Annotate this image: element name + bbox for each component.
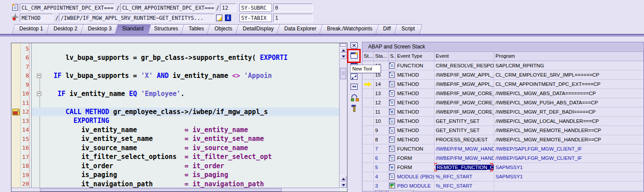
stack-row[interactable]: 13METHOD/IWBEP/IF_MGW_CORE_SRV_../IWBEP/…	[362, 89, 644, 98]
breakpoint-reached-icon[interactable]	[12, 109, 20, 115]
breakpoint-cell[interactable]	[11, 180, 20, 189]
code-text[interactable]: CALL METHOD gr_employee_class->/iwbep/if…	[46, 108, 340, 116]
stack-row[interactable]: 11METHOD/IWBEP/IF_MGW_CORE_SRV_../IWBEP/…	[362, 107, 644, 117]
code-text[interactable]: is_paging = is_paging	[46, 171, 340, 179]
full-width-icon[interactable]: ↔	[350, 83, 360, 92]
code-line[interactable]: 5	[11, 44, 340, 53]
code-line[interactable]: 12 CALL METHOD gr_employee_class->/iwbep…	[11, 107, 340, 117]
code-text[interactable]: EXPORTING	[46, 117, 340, 125]
stack-row[interactable]: 14METHOD/IWBEP/IF_MGW_APPL_SRV_..CL_CRM_…	[362, 80, 644, 89]
code-line[interactable]: 19 is_paging = is_paging	[11, 170, 340, 180]
page-left2-icon[interactable]	[381, 190, 387, 192]
horizontal-scrollbar-thumb[interactable]	[40, 188, 282, 192]
fold-collapse-icon[interactable]	[37, 74, 41, 78]
code-line[interactable]: 14 iv_entity_name = iv_entity_name	[11, 126, 340, 135]
tab-script[interactable]: Script	[395, 24, 421, 34]
stack-row[interactable]: 12METHOD/IWBEP/IF_MGW_CORE_SRV_../IWBEP/…	[362, 98, 644, 107]
breakpoint-cell[interactable]	[11, 126, 20, 135]
breakpoint-cell[interactable]	[11, 144, 20, 153]
scroll-down-button-bottom[interactable]	[340, 182, 347, 188]
breakpoint-cell[interactable]	[11, 44, 20, 53]
breakpoint-cell[interactable]	[11, 152, 20, 162]
tab-desktop-2[interactable]: Desktop 2	[47, 24, 83, 34]
event-cell[interactable]: /IWBEP/FM_MGW_HANDLE_R..	[434, 154, 494, 162]
abap-code-editor[interactable]: 56 lv_bupa_supports = gr_bp_class->suppo…	[11, 43, 347, 192]
code-line[interactable]: 6 lv_bupa_supports = gr_bp_class->suppor…	[11, 53, 340, 63]
code-text[interactable]: iv_entity_name = iv_entity_name	[46, 126, 340, 134]
column-header-s[interactable]: S..	[389, 52, 396, 61]
stack-row[interactable]: 8METHODPROCESS_REQUEST/IWBEP/CL_MGW_REMO…	[362, 135, 644, 144]
code-line[interactable]: 9	[11, 80, 340, 89]
breakpoint-cell[interactable]	[11, 62, 20, 71]
event-cell[interactable]: GET_ENTITY_SET	[434, 126, 494, 135]
stack-table-header[interactable]: St...Sta...S..Event TypeEventProgram	[362, 52, 644, 61]
scrollbar-split-handle[interactable]	[340, 43, 346, 47]
breakpoint-cell[interactable]	[11, 53, 20, 63]
stack-row[interactable]: 16FUNCTIONCRM_RESOLVE_RESPONSE_A..SAPLCR…	[362, 61, 644, 70]
code-line[interactable]: 20 it_navigation_path = it_navigation_pa…	[11, 180, 340, 189]
event-cell[interactable]: /IWBEP/FM_MGW_HANDLE_R..	[434, 144, 494, 153]
event-cell[interactable]: /IWBEP/IF_MGW_APPL_SRV_..	[434, 70, 494, 79]
fold-collapse-icon[interactable]	[37, 92, 41, 96]
stack-row[interactable]: 10METHODGET_ENTITY_SET/IWBEP/CL_MGW_LOCA…	[362, 117, 644, 126]
code-line[interactable]: 10 IF iv_entity_name EQ 'Employee'.	[11, 89, 340, 99]
event-cell[interactable]: /IWBEP/IF_MGW_CORE_SRV_..	[434, 98, 494, 107]
code-line[interactable]: 18 it_order = it_order	[11, 162, 340, 171]
column-header-program[interactable]: Program	[494, 52, 644, 61]
stack-row[interactable]: 9METHODGET_ENTITY_SET/IWBEP/CL_MGW_REMOT…	[362, 126, 644, 135]
stack-row[interactable]: 7FUNCTION/IWBEP/FM_MGW_HANDLE_R../IWBEP/…	[362, 144, 644, 154]
stack-paging-controls[interactable]	[375, 190, 413, 192]
vertical-scrollbar[interactable]	[339, 43, 347, 188]
code-text[interactable]: it_order = it_order	[46, 162, 340, 170]
event-cell[interactable]: PROCESS_REQUEST	[434, 135, 494, 144]
column-header-eventtype[interactable]: Event Type	[396, 52, 434, 61]
event-cell[interactable]: CRM_RESOLVE_RESPONSE_A..	[434, 61, 494, 70]
code-line[interactable]: 16 iv_source_name = iv_source_name	[11, 144, 340, 153]
maximize-tool-icon[interactable]	[350, 73, 360, 82]
page-left-icon[interactable]	[375, 190, 380, 192]
stack-row[interactable]: 5FORMREMOTE_FUNCTION_CALLSAPMSSY1	[362, 163, 644, 172]
scroll-down-button[interactable]	[340, 53, 347, 59]
code-line[interactable]: 8 IF lv_bupa_supports = 'X' AND iv_entit…	[11, 71, 340, 81]
tab-break-watchpoints[interactable]: Break./Watchpoints	[321, 24, 379, 34]
scrollbar-thumb[interactable]	[340, 68, 346, 79]
main-program-field[interactable]: CL_CRM_APPOINTMENT_DPC_EXT===...	[20, 4, 115, 12]
event-type-field[interactable]: METHOD	[20, 14, 53, 22]
code-text[interactable]: it_filter_select_options = it_filter_sel…	[46, 153, 340, 161]
page-field[interactable]	[388, 190, 413, 192]
swap-tool-icon[interactable]	[350, 93, 360, 102]
code-text[interactable]: IF lv_bupa_supports = 'X' AND iv_entity_…	[46, 72, 340, 80]
tab-desktop-1[interactable]: Desktop 1	[13, 24, 49, 34]
event-cell[interactable]: /IWBEP/IF_MGW_CORE_SRV_..	[434, 107, 494, 116]
line-number-field[interactable]: 12	[220, 4, 236, 12]
sy-subrc-label-field[interactable]: SY-SUBRC	[239, 4, 272, 12]
event-cell[interactable]: /IWBEP/IF_MGW_CORE_SRV_..	[434, 89, 494, 98]
code-text[interactable]: it_navigation_path = it_navigation_path	[46, 180, 340, 188]
breakpoint-cell[interactable]	[11, 170, 20, 180]
services-icon[interactable]	[350, 103, 360, 112]
tab-objects[interactable]: Objects	[208, 24, 239, 34]
scroll-up-button-bottom[interactable]	[340, 176, 347, 181]
column-header-st[interactable]: St...	[362, 52, 374, 61]
event-cell[interactable]: %_RFC_START	[434, 172, 494, 181]
horizontal-scrollbar[interactable]	[11, 188, 340, 192]
stack-row[interactable]: 3PBO MODULE%_RFC_START	[362, 181, 644, 191]
include-field[interactable]: CL_CRM_APPOINTMENT_DPC_EXT===...	[120, 4, 214, 12]
sy-tabix-label-field[interactable]: SY-TABIX	[239, 14, 272, 22]
event-cell[interactable]: /IWBEP/IF_MGW_APPL_SRV_..	[434, 80, 494, 89]
event-cell[interactable]: GET_ENTITY_SET	[434, 117, 494, 126]
tab-detaildisplay[interactable]: DetailDisplay	[237, 24, 280, 34]
code-line[interactable]: 7	[11, 62, 340, 71]
code-text[interactable]: iv_source_name = iv_source_name	[46, 144, 340, 152]
event-name-field[interactable]: /IWBEP/IF_MGW_APPL_SRV_RUNTIME~GET_ENTIT…	[59, 14, 214, 22]
breakpoint-cell[interactable]	[11, 134, 20, 144]
selected-event-value[interactable]: REMOTE_FUNCTION_CALL	[436, 165, 494, 170]
stack-row[interactable]: 15METHOD/IWBEP/IF_MGW_APPL_SRV_..CL_CRM_…	[362, 70, 644, 80]
code-line[interactable]: 15 iv_entity_set_name = iv_entity_set_na…	[11, 134, 340, 144]
tab-desktop-3[interactable]: Desktop 3	[82, 24, 118, 34]
event-cell[interactable]: %_RFC_START	[434, 181, 494, 190]
stack-row[interactable]: 6FORM/IWBEP/FM_MGW_HANDLE_R../IWBEP/SAPL…	[362, 154, 644, 163]
breakpoint-cell[interactable]	[11, 89, 20, 99]
change-position-icon[interactable]	[216, 15, 222, 21]
code-line[interactable]: 13 EXPORTING	[11, 116, 340, 126]
